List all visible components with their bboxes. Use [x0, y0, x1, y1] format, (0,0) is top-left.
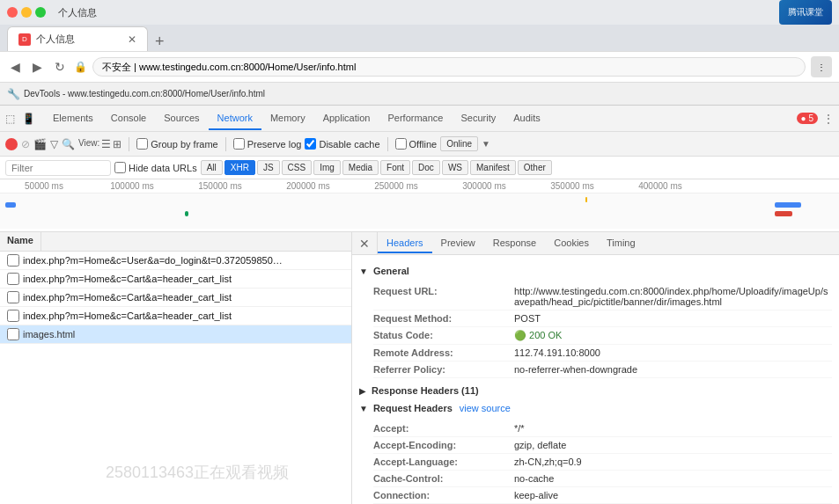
view-source-link[interactable]: view source: [460, 403, 511, 413]
security-icon: 🔒: [74, 61, 87, 73]
request-checkbox-1[interactable]: [7, 254, 19, 267]
reload-button[interactable]: ↻: [51, 58, 69, 76]
request-checkbox-5[interactable]: [7, 328, 19, 340]
tab-audits[interactable]: Audits: [504, 107, 549, 130]
filter-button[interactable]: ▽: [50, 138, 58, 150]
request-checkbox-3[interactable]: [7, 291, 19, 303]
forward-button[interactable]: ▶: [29, 58, 46, 76]
detail-val-method: POST: [514, 313, 541, 324]
detail-key-accept-language: Accept-Language:: [373, 457, 514, 467]
address-bar-row: ◀ ▶ ↻ 🔒 ⋮: [0, 51, 839, 83]
view-icons: View: ☰ ⊞: [78, 138, 121, 150]
request-row-selected[interactable]: images.html: [0, 325, 351, 344]
request-headers-section-header[interactable]: ▼ Request Headers view source: [359, 399, 832, 417]
group-by-frame-checkbox[interactable]: Group by frame: [136, 138, 217, 150]
requests-panel: Name index.php?m=Home&c=User&a=do_login&…: [0, 232, 352, 504]
preserve-log-checkbox[interactable]: Preserve log: [233, 138, 302, 150]
back-button[interactable]: ◀: [7, 58, 24, 76]
preserve-log-label: Preserve log: [247, 139, 302, 150]
browser-tab-active[interactable]: D 个人信息 ✕: [7, 26, 148, 51]
tab-console[interactable]: Console: [102, 107, 155, 130]
devtools-main: 2580113463正在观看视频 Name index.php?m=Home&c…: [0, 232, 839, 504]
devtools-tab-right: ● 5 ⋮: [797, 111, 835, 127]
detail-tab-response[interactable]: Response: [484, 234, 546, 253]
search-button[interactable]: 🔍: [62, 138, 75, 150]
toolbar-separator-1: [129, 137, 129, 151]
request-row[interactable]: index.php?m=Home&c=Cart&a=header_cart_li…: [0, 307, 351, 325]
device-toolbar-button[interactable]: 📱: [20, 111, 37, 127]
devtools-more-button[interactable]: ⋮: [821, 111, 835, 127]
title-bar-left: 个人信息: [7, 6, 97, 19]
window-maximize-button[interactable]: [35, 7, 46, 18]
general-section-header[interactable]: ▼ General: [359, 262, 832, 280]
filter-media-button[interactable]: Media: [342, 160, 379, 175]
preserve-log-input[interactable]: [233, 138, 245, 150]
detail-key-method: Request Method:: [373, 313, 514, 324]
screenshot-button[interactable]: 🎬: [33, 138, 47, 150]
detail-row-accept: Accept: */*: [373, 420, 832, 437]
detail-tab-preview[interactable]: Preview: [432, 234, 484, 253]
address-input[interactable]: [92, 57, 806, 77]
filter-doc-button[interactable]: Doc: [412, 160, 440, 175]
request-name-3: index.php?m=Home&c=Cart&a=header_cart_li…: [23, 292, 232, 303]
new-tab-button[interactable]: +: [148, 33, 172, 51]
extension-icon-1[interactable]: ⋮: [811, 56, 832, 77]
filter-other-button[interactable]: Other: [518, 160, 552, 175]
offline-checkbox[interactable]: Offline: [395, 138, 438, 150]
filter-img-button[interactable]: Img: [313, 160, 341, 175]
tab-elements[interactable]: Elements: [44, 107, 102, 130]
detail-val-accept: */*: [514, 423, 525, 434]
disable-cache-checkbox[interactable]: Disable cache: [305, 138, 379, 150]
stop-recording-button[interactable]: ⊘: [21, 138, 30, 150]
grouped-view-button[interactable]: ⊞: [113, 138, 121, 150]
general-section-title: General: [373, 266, 409, 276]
filter-font-button[interactable]: Font: [380, 160, 410, 175]
network-toolbar: ⊘ 🎬 ▽ 🔍 View: ☰ ⊞ Group by frame Preserv…: [0, 132, 839, 157]
tab-title-text: 个人信息: [36, 33, 75, 46]
detail-close-button[interactable]: ✕: [352, 232, 378, 254]
browser-chrome: 个人信息 腾讯课堂 D 个人信息 ✕ + ◀ ▶ ↻ 🔒 ⋮ 🔧 DevTool…: [0, 0, 839, 106]
throttle-dropdown[interactable]: ▼: [482, 139, 490, 149]
record-button[interactable]: [5, 138, 18, 150]
group-by-frame-input[interactable]: [136, 138, 148, 150]
filter-xhr-button[interactable]: XHR: [224, 160, 255, 175]
window-minimize-button[interactable]: [21, 7, 32, 18]
hide-data-urls-input[interactable]: [114, 162, 126, 173]
inspect-element-button[interactable]: ⬚: [4, 111, 17, 127]
request-row[interactable]: index.php?m=Home&c=Cart&a=header_cart_li…: [0, 289, 351, 307]
view-icon-label: View:: [78, 138, 99, 150]
tab-memory[interactable]: Memory: [261, 107, 314, 130]
filter-js-button[interactable]: JS: [257, 160, 280, 175]
request-headers-content: Accept: */* Accept-Encoding: gzip, defla…: [359, 417, 832, 504]
filter-input[interactable]: [5, 160, 111, 176]
tab-security[interactable]: Security: [452, 107, 504, 130]
request-checkbox-2[interactable]: [7, 273, 19, 285]
tab-sources[interactable]: Sources: [155, 107, 208, 130]
online-button[interactable]: Online: [440, 136, 478, 151]
request-checkbox-4[interactable]: [7, 310, 19, 322]
request-row[interactable]: index.php?m=Home&c=Cart&a=header_cart_li…: [0, 270, 351, 289]
disable-cache-input[interactable]: [305, 138, 316, 150]
list-view-button[interactable]: ☰: [101, 138, 111, 150]
detail-tab-cookies[interactable]: Cookies: [545, 234, 598, 253]
filter-manifest-button[interactable]: Manifest: [470, 160, 516, 175]
detail-tab-timing[interactable]: Timing: [598, 234, 644, 253]
filter-ws-button[interactable]: WS: [442, 160, 468, 175]
offline-input[interactable]: [395, 138, 407, 150]
general-section-arrow: ▼: [359, 267, 368, 276]
tab-performance[interactable]: Performance: [379, 107, 452, 130]
response-headers-section-header[interactable]: ▶ Response Headers (11): [359, 382, 832, 399]
timeline-label-5: 250000 ms: [352, 181, 440, 191]
filter-css-button[interactable]: CSS: [282, 160, 313, 175]
filter-all-button[interactable]: All: [201, 160, 223, 175]
requests-header: Name: [0, 232, 351, 252]
detail-val-accept-encoding: gzip, deflate: [514, 440, 566, 450]
tab-application[interactable]: Application: [314, 107, 379, 130]
hide-data-urls-checkbox[interactable]: Hide data URLs: [114, 162, 197, 173]
request-row[interactable]: index.php?m=Home&c=User&a=do_login&t=0.3…: [0, 252, 351, 270]
tencent-logo: 腾讯课堂: [779, 0, 832, 25]
detail-tab-headers[interactable]: Headers: [378, 234, 432, 253]
window-close-button[interactable]: [7, 7, 18, 18]
tab-network[interactable]: Network: [209, 107, 261, 130]
tab-close-button[interactable]: ✕: [128, 33, 136, 46]
